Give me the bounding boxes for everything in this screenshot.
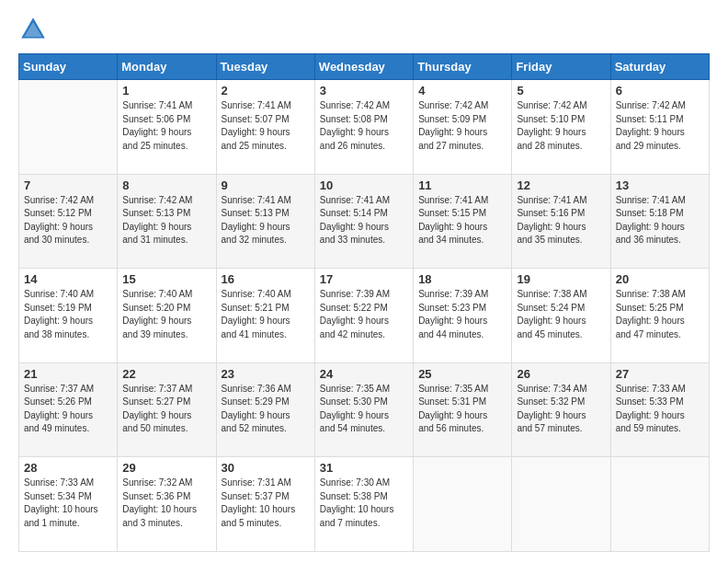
day-number: 12 xyxy=(517,178,605,192)
day-number: 8 xyxy=(122,178,210,192)
calendar-cell: 31Sunrise: 7:30 AMSunset: 5:38 PMDayligh… xyxy=(314,457,413,552)
calendar-cell: 8Sunrise: 7:42 AMSunset: 5:13 PMDaylight… xyxy=(118,174,216,269)
cell-info: Sunrise: 7:35 AMSunset: 5:31 PMDaylight:… xyxy=(418,383,506,436)
cell-info: Sunrise: 7:36 AMSunset: 5:29 PMDaylight:… xyxy=(222,383,310,436)
day-number: 24 xyxy=(320,367,408,381)
calendar-cell: 5Sunrise: 7:42 AMSunset: 5:10 PMDaylight… xyxy=(512,80,610,175)
calendar-cell: 23Sunrise: 7:36 AMSunset: 5:29 PMDayligh… xyxy=(216,362,314,457)
page: SundayMondayTuesdayWednesdayThursdayFrid… xyxy=(0,0,728,563)
calendar-cell xyxy=(414,457,512,552)
calendar-cell: 16Sunrise: 7:40 AMSunset: 5:21 PMDayligh… xyxy=(216,269,314,363)
day-number: 30 xyxy=(222,461,310,475)
calendar-cell: 6Sunrise: 7:42 AMSunset: 5:11 PMDaylight… xyxy=(610,80,709,175)
cell-info: Sunrise: 7:39 AMSunset: 5:22 PMDaylight:… xyxy=(320,288,408,341)
calendar-header-row: SundayMondayTuesdayWednesdayThursdayFrid… xyxy=(19,54,710,80)
day-number: 26 xyxy=(517,367,605,381)
calendar-cell: 15Sunrise: 7:40 AMSunset: 5:20 PMDayligh… xyxy=(118,269,216,363)
cell-info: Sunrise: 7:41 AMSunset: 5:07 PMDaylight:… xyxy=(222,99,310,153)
cell-info: Sunrise: 7:40 AMSunset: 5:21 PMDaylight:… xyxy=(222,288,310,341)
cell-info: Sunrise: 7:37 AMSunset: 5:26 PMDaylight:… xyxy=(24,383,112,436)
calendar-cell xyxy=(19,80,118,175)
day-number: 10 xyxy=(320,178,408,192)
calendar-week-row: 14Sunrise: 7:40 AMSunset: 5:19 PMDayligh… xyxy=(19,269,710,363)
calendar-cell: 28Sunrise: 7:33 AMSunset: 5:34 PMDayligh… xyxy=(19,457,118,552)
calendar-cell: 14Sunrise: 7:40 AMSunset: 5:19 PMDayligh… xyxy=(19,269,118,363)
calendar-cell: 22Sunrise: 7:37 AMSunset: 5:27 PMDayligh… xyxy=(118,362,216,457)
cell-info: Sunrise: 7:41 AMSunset: 5:18 PMDaylight:… xyxy=(616,194,704,247)
calendar-cell: 17Sunrise: 7:39 AMSunset: 5:22 PMDayligh… xyxy=(314,269,413,363)
cell-info: Sunrise: 7:42 AMSunset: 5:09 PMDaylight:… xyxy=(418,99,506,153)
cell-info: Sunrise: 7:42 AMSunset: 5:08 PMDaylight:… xyxy=(320,99,408,153)
day-number: 14 xyxy=(24,272,112,286)
cell-info: Sunrise: 7:38 AMSunset: 5:25 PMDaylight:… xyxy=(616,288,704,341)
calendar-cell: 18Sunrise: 7:39 AMSunset: 5:23 PMDayligh… xyxy=(414,269,512,363)
calendar-cell: 10Sunrise: 7:41 AMSunset: 5:14 PMDayligh… xyxy=(314,174,413,269)
calendar-week-row: 1Sunrise: 7:41 AMSunset: 5:06 PMDaylight… xyxy=(19,80,710,175)
calendar-cell: 30Sunrise: 7:31 AMSunset: 5:37 PMDayligh… xyxy=(216,457,314,552)
cell-info: Sunrise: 7:34 AMSunset: 5:32 PMDaylight:… xyxy=(517,383,605,436)
day-number: 17 xyxy=(320,272,408,286)
day-number: 6 xyxy=(616,84,704,98)
cell-info: Sunrise: 7:42 AMSunset: 5:13 PMDaylight:… xyxy=(122,194,210,247)
cell-info: Sunrise: 7:41 AMSunset: 5:06 PMDaylight:… xyxy=(122,99,210,153)
day-number: 27 xyxy=(616,367,704,381)
header xyxy=(18,15,710,44)
day-number: 1 xyxy=(122,84,210,98)
cell-info: Sunrise: 7:32 AMSunset: 5:36 PMDaylight:… xyxy=(122,477,210,530)
calendar-table: SundayMondayTuesdayWednesdayThursdayFrid… xyxy=(18,53,710,552)
day-number: 21 xyxy=(24,367,112,381)
day-number: 4 xyxy=(418,84,506,98)
calendar-cell: 19Sunrise: 7:38 AMSunset: 5:24 PMDayligh… xyxy=(512,269,610,363)
cell-info: Sunrise: 7:37 AMSunset: 5:27 PMDaylight:… xyxy=(122,383,210,436)
day-number: 19 xyxy=(517,272,605,286)
weekday-header: Thursday xyxy=(414,54,512,80)
cell-info: Sunrise: 7:39 AMSunset: 5:23 PMDaylight:… xyxy=(418,288,506,341)
logo-icon xyxy=(18,15,48,44)
day-number: 20 xyxy=(616,272,704,286)
calendar-cell xyxy=(512,457,610,552)
cell-info: Sunrise: 7:33 AMSunset: 5:33 PMDaylight:… xyxy=(616,383,704,436)
weekday-header: Wednesday xyxy=(314,54,413,80)
day-number: 3 xyxy=(320,84,408,98)
day-number: 7 xyxy=(24,178,112,192)
cell-info: Sunrise: 7:40 AMSunset: 5:20 PMDaylight:… xyxy=(122,288,210,341)
cell-info: Sunrise: 7:31 AMSunset: 5:37 PMDaylight:… xyxy=(222,477,310,530)
calendar-cell: 21Sunrise: 7:37 AMSunset: 5:26 PMDayligh… xyxy=(19,362,118,457)
calendar-week-row: 7Sunrise: 7:42 AMSunset: 5:12 PMDaylight… xyxy=(19,174,710,269)
calendar-cell: 12Sunrise: 7:41 AMSunset: 5:16 PMDayligh… xyxy=(512,174,610,269)
calendar-cell: 1Sunrise: 7:41 AMSunset: 5:06 PMDaylight… xyxy=(118,80,216,175)
cell-info: Sunrise: 7:41 AMSunset: 5:15 PMDaylight:… xyxy=(418,194,506,247)
weekday-header: Saturday xyxy=(610,54,709,80)
cell-info: Sunrise: 7:42 AMSunset: 5:12 PMDaylight:… xyxy=(24,194,112,247)
day-number: 25 xyxy=(418,367,506,381)
cell-info: Sunrise: 7:42 AMSunset: 5:10 PMDaylight:… xyxy=(517,99,605,153)
cell-info: Sunrise: 7:40 AMSunset: 5:19 PMDaylight:… xyxy=(24,288,112,341)
day-number: 29 xyxy=(122,461,210,475)
day-number: 9 xyxy=(222,178,310,192)
cell-info: Sunrise: 7:41 AMSunset: 5:14 PMDaylight:… xyxy=(320,194,408,247)
cell-info: Sunrise: 7:30 AMSunset: 5:38 PMDaylight:… xyxy=(320,477,408,530)
calendar-week-row: 21Sunrise: 7:37 AMSunset: 5:26 PMDayligh… xyxy=(19,362,710,457)
day-number: 28 xyxy=(24,461,112,475)
calendar-cell: 13Sunrise: 7:41 AMSunset: 5:18 PMDayligh… xyxy=(610,174,709,269)
weekday-header: Sunday xyxy=(19,54,118,80)
calendar-cell: 26Sunrise: 7:34 AMSunset: 5:32 PMDayligh… xyxy=(512,362,610,457)
calendar-cell: 20Sunrise: 7:38 AMSunset: 5:25 PMDayligh… xyxy=(610,269,709,363)
calendar-cell: 11Sunrise: 7:41 AMSunset: 5:15 PMDayligh… xyxy=(414,174,512,269)
day-number: 22 xyxy=(122,367,210,381)
day-number: 11 xyxy=(418,178,506,192)
calendar-cell: 24Sunrise: 7:35 AMSunset: 5:30 PMDayligh… xyxy=(314,362,413,457)
cell-info: Sunrise: 7:38 AMSunset: 5:24 PMDaylight:… xyxy=(517,288,605,341)
calendar-cell: 2Sunrise: 7:41 AMSunset: 5:07 PMDaylight… xyxy=(216,80,314,175)
weekday-header: Friday xyxy=(512,54,610,80)
calendar-cell: 29Sunrise: 7:32 AMSunset: 5:36 PMDayligh… xyxy=(118,457,216,552)
cell-info: Sunrise: 7:35 AMSunset: 5:30 PMDaylight:… xyxy=(320,383,408,436)
calendar-cell: 3Sunrise: 7:42 AMSunset: 5:08 PMDaylight… xyxy=(314,80,413,175)
calendar-cell: 27Sunrise: 7:33 AMSunset: 5:33 PMDayligh… xyxy=(610,362,709,457)
calendar-cell xyxy=(610,457,709,552)
cell-info: Sunrise: 7:41 AMSunset: 5:16 PMDaylight:… xyxy=(517,194,605,247)
day-number: 23 xyxy=(222,367,310,381)
day-number: 16 xyxy=(222,272,310,286)
cell-info: Sunrise: 7:33 AMSunset: 5:34 PMDaylight:… xyxy=(24,477,112,530)
weekday-header: Tuesday xyxy=(216,54,314,80)
